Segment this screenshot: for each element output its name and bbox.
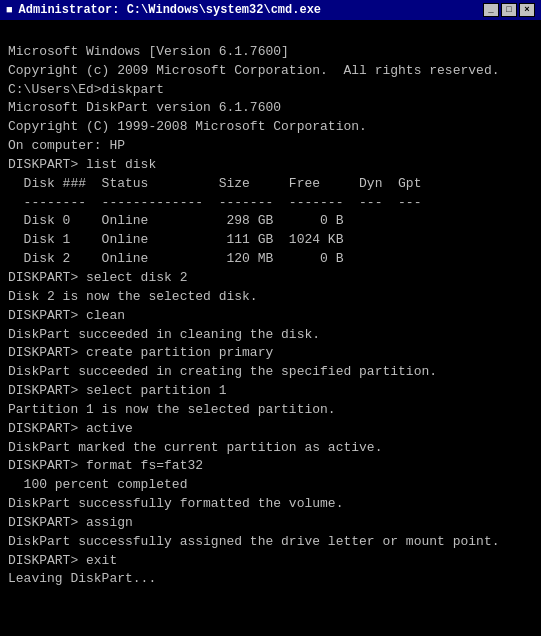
terminal-line: Disk 1 Online 111 GB 1024 KB [8,231,533,250]
terminal-line: DISKPART> exit [8,552,533,571]
minimize-button[interactable]: _ [483,3,499,17]
terminal-line: DISKPART> clean [8,307,533,326]
title-bar: ■ Administrator: C:\Windows\system32\cmd… [0,0,541,20]
terminal-line: DiskPart succeeded in cleaning the disk. [8,326,533,345]
terminal-line: On computer: HP [8,137,533,156]
close-button[interactable]: × [519,3,535,17]
terminal-line: Leaving DiskPart... [8,570,533,589]
terminal-line: -------- ------------- ------- ------- -… [8,194,533,213]
terminal-line: DiskPart successfully assigned the drive… [8,533,533,552]
terminal-line: Disk ### Status Size Free Dyn Gpt [8,175,533,194]
terminal-line: Disk 0 Online 298 GB 0 B [8,212,533,231]
terminal-line: DISKPART> list disk [8,156,533,175]
terminal-line: DISKPART> assign [8,514,533,533]
terminal-line: DISKPART> create partition primary [8,344,533,363]
terminal-line: DiskPart succeeded in creating the speci… [8,363,533,382]
terminal-line: DISKPART> format fs=fat32 [8,457,533,476]
window-icon: ■ [6,4,13,16]
terminal-line: C:\Users\Ed>diskpart [8,81,533,100]
terminal-line: Disk 2 Online 120 MB 0 B [8,250,533,269]
terminal-line: DiskPart successfully formatted the volu… [8,495,533,514]
terminal-line: DISKPART> active [8,420,533,439]
terminal-line: Disk 2 is now the selected disk. [8,288,533,307]
window-title: Administrator: C:\Windows\system32\cmd.e… [19,3,483,17]
terminal-line: Copyright (c) 2009 Microsoft Corporation… [8,62,533,81]
terminal-line: DiskPart marked the current partition as… [8,439,533,458]
terminal-line: Copyright (C) 1999-2008 Microsoft Corpor… [8,118,533,137]
terminal-line: Microsoft DiskPart version 6.1.7600 [8,99,533,118]
terminal-line: Microsoft Windows [Version 6.1.7600] [8,43,533,62]
terminal-line: 100 percent completed [8,476,533,495]
window-controls: _ □ × [483,3,535,17]
terminal-line: DISKPART> select disk 2 [8,269,533,288]
maximize-button[interactable]: □ [501,3,517,17]
terminal-line: Partition 1 is now the selected partitio… [8,401,533,420]
terminal-output: Microsoft Windows [Version 6.1.7600]Copy… [0,20,541,636]
terminal-line: DISKPART> select partition 1 [8,382,533,401]
